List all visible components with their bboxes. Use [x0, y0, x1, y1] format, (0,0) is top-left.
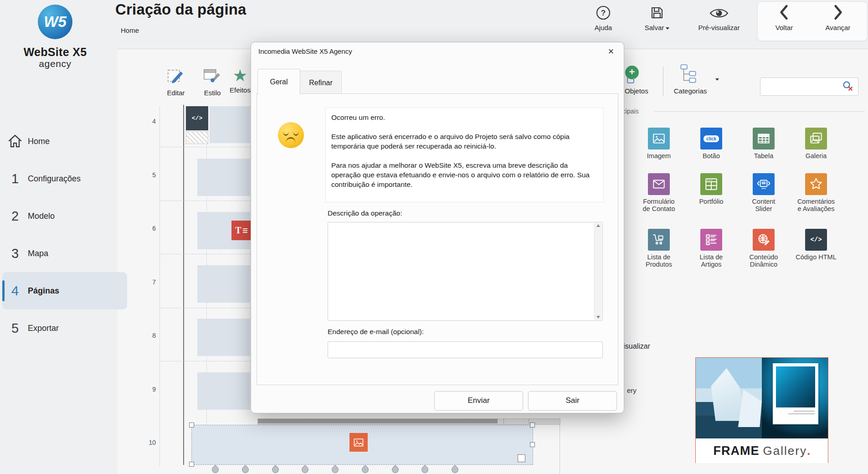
categories-dropdown-icon[interactable]	[715, 78, 719, 81]
sidebar-item-home[interactable]: Home	[2, 123, 127, 160]
panel-divider	[663, 67, 663, 96]
object-lista-produtos[interactable]	[648, 229, 670, 251]
sidebar-item-configuracoes[interactable]: 1 Configurações	[2, 160, 127, 197]
slider-icon	[756, 177, 771, 191]
sidebar-item-exportar[interactable]: 5 Exportar	[2, 309, 127, 347]
description-field-wrap	[328, 222, 603, 321]
chevron-right-icon	[831, 4, 845, 21]
sidebar-item-mapa[interactable]: 3 Mapa	[2, 235, 127, 272]
content-cell[interactable]	[197, 159, 250, 196]
edit-tool-button[interactable]: Editar	[163, 67, 189, 97]
error-message-line3: Para nos ajudar a melhorar o WebSite X5,…	[331, 160, 598, 189]
object-comentarios[interactable]	[805, 173, 827, 195]
textarea-scrollbar[interactable]	[594, 223, 602, 320]
object-content-slider[interactable]	[753, 173, 775, 195]
table-icon	[756, 131, 771, 146]
template-title-light: Gallery	[763, 444, 807, 458]
dialog-tab-panel: Ocorreu um erro. Este aplicativo será en…	[257, 93, 618, 385]
polaroid-frame	[773, 363, 818, 424]
content-cell[interactable]	[197, 319, 250, 356]
svg-text:?: ?	[601, 9, 606, 17]
forward-button[interactable]: Avançar	[822, 4, 854, 31]
sidebar-item-label: Exportar	[28, 324, 59, 333]
row-number: 6	[143, 225, 156, 232]
object-formulario[interactable]	[648, 173, 670, 195]
preview-button[interactable]: Pré-visualizar	[692, 5, 746, 31]
dialog-title: Incomedia WebSite X5 Agency	[258, 47, 352, 55]
step-number: 2	[2, 209, 28, 224]
row-separator	[159, 201, 251, 201]
tab-geral[interactable]: Geral	[257, 69, 300, 94]
resize-handle[interactable]	[189, 462, 194, 467]
step-number: 4	[2, 283, 28, 299]
row-number: 5	[143, 171, 156, 179]
code-icon: </>	[810, 236, 822, 243]
save-icon	[649, 5, 665, 21]
categories-icon	[680, 64, 697, 87]
home-icon	[2, 134, 28, 149]
content-cell[interactable]	[197, 372, 250, 410]
logo-name: WebSite X5	[0, 46, 110, 59]
page-left-edge	[183, 105, 184, 465]
scrollbar-thumb[interactable]	[258, 419, 498, 423]
image-object-icon[interactable]	[349, 433, 368, 452]
close-icon[interactable]: ×	[605, 45, 617, 58]
email-label: Endereço de e-mail (opcional):	[328, 328, 424, 336]
object-lista-artigos[interactable]	[700, 229, 722, 251]
row-number: 9	[143, 386, 156, 393]
app-logo: W5	[38, 5, 72, 39]
scrollbar-divider	[503, 418, 504, 424]
text-object-cell[interactable]: T	[231, 221, 251, 240]
app-window: W5 WebSite X5 agency Criação da página H…	[0, 0, 868, 474]
save-button[interactable]: Salvar	[641, 5, 673, 31]
send-button[interactable]: Enviar	[434, 391, 523, 411]
object-imagem[interactable]	[648, 128, 670, 149]
html-code-cell[interactable]: </>	[186, 106, 208, 130]
style-tool-button[interactable]: Estilo	[199, 67, 226, 97]
eye-icon	[709, 5, 729, 21]
sidebar-item-label: Configurações	[28, 174, 81, 184]
sidebar-item-modelo[interactable]: 2 Modelo	[2, 197, 127, 235]
help-button[interactable]: ? Ajuda	[589, 5, 617, 31]
email-input[interactable]	[328, 341, 603, 358]
exit-button[interactable]: Sair	[528, 391, 617, 411]
object-tabela[interactable]	[753, 128, 775, 149]
object-label: Comentários e Avaliações	[789, 198, 843, 212]
envelope-icon	[652, 177, 666, 191]
star-rating-icon	[809, 177, 823, 191]
tab-refinar[interactable]: Refinar	[300, 71, 342, 94]
object-conteudo-dinamico[interactable]	[753, 229, 775, 251]
row-number: 8	[143, 332, 156, 339]
search-icon[interactable]	[842, 80, 855, 95]
object-portfolio[interactable]	[700, 173, 722, 195]
categories-tab[interactable]: Categorias	[671, 87, 710, 95]
objects-tab[interactable]: Objetos	[625, 87, 648, 95]
content-cell[interactable]	[197, 265, 250, 303]
object-botao[interactable]: click	[700, 128, 722, 149]
template-preview-thumbnail[interactable]: FRAME Gallery .	[695, 357, 828, 463]
resize-handle[interactable]	[530, 442, 535, 447]
sidebar-item-paginas[interactable]: 4 Páginas	[2, 272, 127, 309]
grid-left-guide	[159, 106, 160, 466]
object-label: Conteúdo Dinâmico	[737, 253, 791, 268]
object-codigo-html[interactable]: </>	[805, 229, 827, 251]
object-label: Formulário de Contato	[632, 198, 686, 212]
error-dialog: Incomedia WebSite X5 Agency × Geral Refi…	[251, 42, 624, 413]
style-tool-label: Estilo	[199, 89, 226, 97]
resize-handle[interactable]	[530, 422, 535, 428]
content-cell[interactable]	[210, 106, 250, 143]
selected-indicator	[2, 280, 5, 301]
back-button[interactable]: Voltar	[771, 4, 797, 31]
step-number: 3	[2, 246, 28, 261]
row-separator	[159, 254, 251, 254]
click-badge: click	[704, 135, 719, 142]
article-list-icon	[704, 232, 719, 247]
template-title: FRAME Gallery .	[696, 438, 828, 463]
save-dropdown-icon[interactable]	[666, 27, 669, 30]
object-galeria[interactable]	[805, 128, 827, 149]
description-input[interactable]	[328, 222, 603, 321]
breadcrumb[interactable]: Home	[121, 26, 139, 34]
resize-handle[interactable]	[189, 422, 194, 428]
object-label: Imagem	[632, 152, 686, 160]
resize-handle-corner[interactable]	[518, 454, 525, 462]
